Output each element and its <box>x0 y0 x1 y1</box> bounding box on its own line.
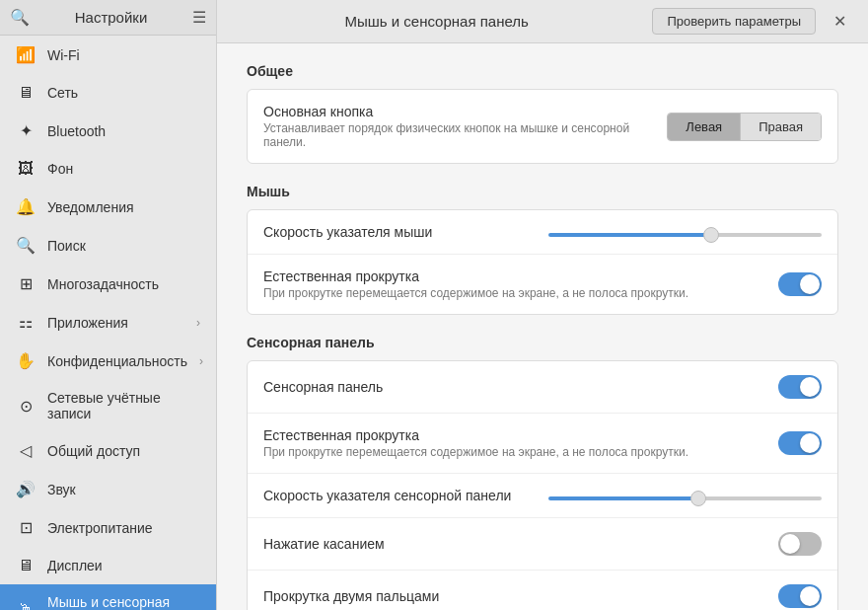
mouse-natural-scroll-row: Естественная прокрутка При прокрутке пер… <box>248 255 837 314</box>
arrow-icon-apps: › <box>196 316 200 330</box>
sidebar-item-label-displays: Дисплеи <box>47 558 200 573</box>
sidebar-item-label-sharing: Общий доступ <box>47 443 200 459</box>
main-title: Мышь и сенсорная панель <box>233 13 640 30</box>
sidebar-title: Настройки <box>37 9 184 26</box>
touchpad-pointer-speed-slider[interactable] <box>548 496 822 500</box>
sidebar-item-label-privacy: Конфиденциальность <box>47 353 187 369</box>
sidebar-item-search[interactable]: 🔍 Поиск <box>0 226 216 265</box>
touchpad-section-title: Сенсорная панель <box>247 335 838 350</box>
sidebar-item-label-power: Электропитание <box>47 520 200 536</box>
sidebar-item-bluetooth[interactable]: ✦ Bluetooth <box>0 112 216 150</box>
sidebar-item-power[interactable]: ⊡ Электропитание <box>0 508 216 547</box>
touchpad-tap-click-toggle[interactable] <box>778 532 822 556</box>
touchpad-pointer-speed-slider-container <box>548 488 822 503</box>
arrow-icon-privacy: › <box>199 354 203 368</box>
mouse-pointer-speed-slider[interactable] <box>548 233 822 237</box>
touchpad-natural-scroll-sublabel: При прокрутке перемещается содержимое на… <box>263 445 766 459</box>
mouse-pointer-speed-slider-container <box>548 224 822 240</box>
touchpad-tap-click-row: Нажатие касанием <box>248 518 837 571</box>
sidebar-item-multitask[interactable]: ⊞ Многозадачность <box>0 265 216 303</box>
touchpad-pointer-speed-row: Скорость указателя сенсорной панели <box>248 474 837 518</box>
touchpad-two-finger-scroll-label: Прокрутка двумя пальцами <box>263 588 766 604</box>
sidebar-item-displays[interactable]: 🖥 Дисплеи <box>0 547 216 584</box>
sidebar-item-label-bluetooth: Bluetooth <box>47 123 200 139</box>
main-content: Общее Основная кнопка Устанавливает поря… <box>217 43 868 610</box>
primary-button-label: Основная кнопка <box>263 104 655 119</box>
sidebar: 🔍 Настройки ☰ 📶 Wi-Fi 🖥 Сеть ✦ Bluetooth… <box>0 0 217 610</box>
power-icon: ⊡ <box>16 518 36 537</box>
sidebar-item-privacy[interactable]: ✋ Конфиденциальность › <box>0 342 216 380</box>
primary-button-sublabel: Устанавливает порядок физических кнопок … <box>263 121 655 149</box>
touchpad-pointer-speed-label: Скорость указателя сенсорной панели <box>263 488 537 503</box>
primary-button-group: Левая Правая <box>667 113 822 141</box>
primary-button-row: Основная кнопка Устанавливает порядок фи… <box>248 90 837 163</box>
sidebar-item-label-background: Фон <box>47 161 200 177</box>
sidebar-item-label-accounts: Сетевые учётные записи <box>47 390 200 421</box>
touchpad-natural-scroll-row: Естественная прокрутка При прокрутке пер… <box>248 414 837 474</box>
menu-icon[interactable]: ☰ <box>192 8 206 27</box>
sharing-icon: ◁ <box>16 441 36 460</box>
check-params-button[interactable]: Проверить параметры <box>652 8 816 35</box>
mouse-natural-scroll-label: Естественная прокрутка <box>263 268 766 284</box>
sidebar-item-label-search: Поиск <box>47 238 200 254</box>
sidebar-item-accounts[interactable]: ⊙ Сетевые учётные записи <box>0 380 216 431</box>
mouse-pointer-speed-label: Скорость указателя мыши <box>263 224 537 240</box>
sound-icon: 🔊 <box>16 480 36 498</box>
mouse-icon: 🖱 <box>16 601 36 610</box>
touchpad-two-finger-scroll-toggle[interactable] <box>778 584 822 608</box>
general-section-box: Основная кнопка Устанавливает порядок фи… <box>247 89 838 164</box>
sidebar-header: 🔍 Настройки ☰ <box>0 0 216 36</box>
sidebar-item-label-apps: Приложения <box>47 315 184 331</box>
sidebar-item-apps[interactable]: ⚏ Приложения › <box>0 303 216 342</box>
touchpad-section-box: Сенсорная панель Естественная прокрутка … <box>247 360 838 610</box>
touchpad-enabled-label: Сенсорная панель <box>263 379 766 395</box>
notifications-icon: 🔔 <box>16 197 36 216</box>
search-icon: 🔍 <box>16 236 36 255</box>
bluetooth-icon: ✦ <box>16 121 36 140</box>
sidebar-item-label-network: Сеть <box>47 85 200 101</box>
sidebar-item-sound[interactable]: 🔊 Звук <box>0 470 216 508</box>
apps-icon: ⚏ <box>16 313 36 332</box>
background-icon: 🖼 <box>16 160 36 178</box>
general-section-title: Общее <box>247 63 838 79</box>
accounts-icon: ⊙ <box>16 397 36 416</box>
main-header: Мышь и сенсорная панель Проверить параме… <box>217 0 868 43</box>
touchpad-two-finger-scroll-row: Прокрутка двумя пальцами <box>248 571 837 610</box>
left-button[interactable]: Левая <box>668 114 741 140</box>
sidebar-item-label-multitask: Многозадачность <box>47 276 200 292</box>
sidebar-item-wifi[interactable]: 📶 Wi-Fi <box>0 36 216 74</box>
sidebar-item-label-mouse: Мышь и сенсорная панель <box>47 594 200 610</box>
touchpad-enabled-toggle[interactable] <box>778 375 822 399</box>
close-button[interactable]: ✕ <box>828 10 852 33</box>
sidebar-item-background[interactable]: 🖼 Фон <box>0 150 216 188</box>
wifi-icon: 📶 <box>16 45 36 64</box>
search-icon[interactable]: 🔍 <box>10 8 30 27</box>
sidebar-item-network[interactable]: 🖥 Сеть <box>0 74 216 112</box>
sidebar-item-mouse[interactable]: 🖱 Мышь и сенсорная панель <box>0 584 216 610</box>
network-icon: 🖥 <box>16 84 36 102</box>
sidebar-item-label-wifi: Wi-Fi <box>47 47 200 63</box>
sidebar-items-list: 📶 Wi-Fi 🖥 Сеть ✦ Bluetooth 🖼 Фон 🔔 Уведо… <box>0 36 216 610</box>
sidebar-item-sharing[interactable]: ◁ Общий доступ <box>0 431 216 470</box>
mouse-natural-scroll-toggle[interactable] <box>778 272 822 296</box>
multitask-icon: ⊞ <box>16 274 36 293</box>
touchpad-enabled-row: Сенсорная панель <box>248 361 837 414</box>
right-button[interactable]: Правая <box>741 114 821 140</box>
touchpad-tap-click-label: Нажатие касанием <box>263 536 766 552</box>
main-panel: Мышь и сенсорная панель Проверить параме… <box>217 0 868 610</box>
sidebar-item-notifications[interactable]: 🔔 Уведомления <box>0 188 216 226</box>
privacy-icon: ✋ <box>16 351 36 370</box>
sidebar-item-label-notifications: Уведомления <box>47 199 200 215</box>
touchpad-natural-scroll-label: Естественная прокрутка <box>263 427 766 443</box>
displays-icon: 🖥 <box>16 557 36 574</box>
mouse-pointer-speed-row: Скорость указателя мыши <box>248 210 837 255</box>
sidebar-item-label-sound: Звук <box>47 482 200 497</box>
touchpad-natural-scroll-toggle[interactable] <box>778 431 822 455</box>
mouse-section-box: Скорость указателя мыши Естественная про… <box>247 209 838 315</box>
mouse-natural-scroll-sublabel: При прокрутке перемещается содержимое на… <box>263 286 766 300</box>
mouse-section-title: Мышь <box>247 184 838 199</box>
